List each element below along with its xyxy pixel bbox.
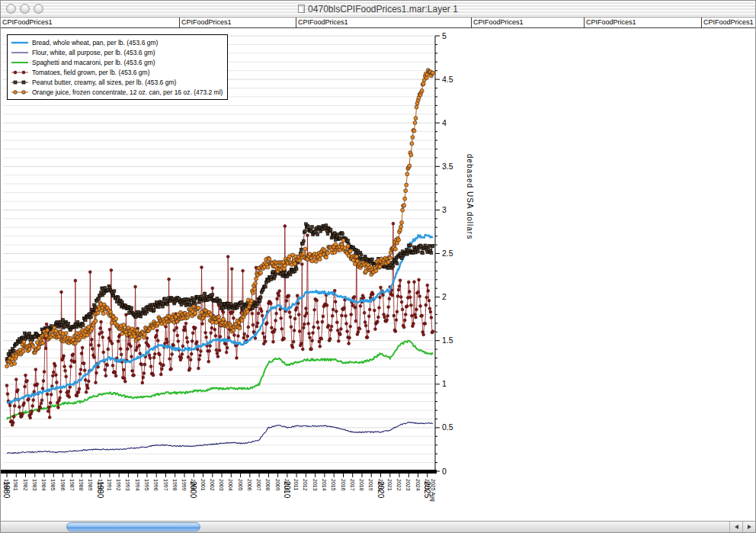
x-tick-label: 2014 xyxy=(322,479,327,491)
x-major-label: 1990 xyxy=(96,481,104,499)
tomatoes-series-sample-icon xyxy=(11,69,29,76)
document-tab-2[interactable]: CPIFoodPrices1 xyxy=(180,18,296,28)
document-tab-bar: CPIFoodPrices1CPIFoodPrices1CPIFoodPrice… xyxy=(1,18,755,28)
x-major-label: 2000 xyxy=(189,481,197,499)
legend-label: Orange juice, frozen concentrate, 12 oz.… xyxy=(32,88,223,96)
orange_juice-series-sample-icon xyxy=(11,88,29,96)
chart-svg: 00.511.522.533.544.55debased USA dollars… xyxy=(1,28,755,521)
x-tick-label: 1983 xyxy=(32,479,37,491)
titlebar: 0470blsCPIFoodPrices1.mar:Layer 1 xyxy=(1,1,755,18)
x-tick-label: 1988 xyxy=(78,479,84,491)
x-major-label: 2025 xyxy=(423,481,431,499)
x-tick-label: 2018 xyxy=(359,479,364,491)
x-tick-label: 2003 xyxy=(219,479,224,491)
x-tick-label: 1987 xyxy=(69,479,75,491)
x-tick-label: 1981 xyxy=(13,479,18,491)
document-tab-3[interactable]: CPIFoodPrices1 xyxy=(296,18,472,28)
x-tick-label: 2004 xyxy=(228,479,233,491)
x-tick-label: 2005 xyxy=(238,479,243,491)
legend-label: Tomatoes, field grown, per lb. (453.6 gm… xyxy=(32,69,150,76)
x-tick-label: 2013 xyxy=(312,479,318,491)
y-axis-title: debased USA dollars xyxy=(466,154,474,239)
y-tick-label: 2.5 xyxy=(442,249,453,258)
x-tick-label: 1992 xyxy=(116,479,121,491)
document-tab-6[interactable]: CPIFoodPrices1 xyxy=(702,18,755,28)
scroll-right-arrow-icon xyxy=(748,525,751,529)
x-end-label: 2025 Aug xyxy=(430,479,436,502)
x-tick-label: 1989 xyxy=(88,479,93,491)
legend-label: Peanut butter, creamy, all sizes, per lb… xyxy=(32,79,176,86)
x-tick-label: 1998 xyxy=(172,479,178,491)
x-tick-label: 1982 xyxy=(23,479,28,491)
document-tab-5[interactable]: CPIFoodPrices1 xyxy=(585,18,702,28)
legend-item-peanut_butter: Peanut butter, creamy, all sizes, per lb… xyxy=(11,77,223,87)
x-tick-label: 1984 xyxy=(41,479,46,491)
legend: Bread, whole wheat, pan, per lb. (453.6 … xyxy=(7,34,228,100)
app-window: 0470blsCPIFoodPrices1.mar:Layer 1 CPIFoo… xyxy=(0,0,756,533)
x-tick-label: 1995 xyxy=(144,479,149,491)
x-tick-label: 2019 xyxy=(368,479,373,491)
y-tick-label: 0 xyxy=(442,467,447,476)
scroll-left-button[interactable] xyxy=(729,522,742,532)
x-axis: 1980198119821983198419851986198719881989… xyxy=(1,470,437,502)
x-tick-label: 2006 xyxy=(247,479,252,491)
scrollbar-thumb[interactable] xyxy=(66,522,200,531)
y-tick-label: 5 xyxy=(442,31,447,40)
spaghetti-series-sample-icon xyxy=(11,59,29,66)
horizontal-scrollbar[interactable] xyxy=(1,521,755,532)
x-tick-label: 2024 xyxy=(415,479,421,491)
x-tick-label: 1994 xyxy=(135,479,140,491)
series-flour xyxy=(7,422,433,454)
y-tick-label: 1.5 xyxy=(442,336,453,345)
y-tick-label: 3 xyxy=(442,205,447,214)
scroll-left-arrow-icon xyxy=(735,525,738,529)
legend-item-flour: Flour, white, all purpose, per lb. (453.… xyxy=(11,47,223,57)
x-tick-label: 1991 xyxy=(107,479,112,491)
x-tick-label: 2001 xyxy=(200,479,206,491)
x-major-label: 2020 xyxy=(376,481,385,499)
legend-label: Bread, whole wheat, pan, per lb. (453.6 … xyxy=(32,39,158,47)
x-tick-label: 1993 xyxy=(125,479,130,491)
x-tick-label: 1997 xyxy=(163,479,168,491)
legend-label: Spaghetti and macaroni, per lb. (453.6 g… xyxy=(32,59,155,66)
x-tick-label: 2016 xyxy=(341,479,346,491)
x-tick-label: 2009 xyxy=(275,479,280,491)
legend-item-orange_juice: Orange juice, frozen concentrate, 12 oz.… xyxy=(11,87,223,97)
document-tab-4[interactable]: CPIFoodPrices1 xyxy=(472,18,585,28)
y-tick-label: 3.5 xyxy=(442,162,453,171)
scroll-right-button[interactable] xyxy=(742,522,755,532)
series-spaghetti xyxy=(7,341,433,419)
x-tick-label: 1999 xyxy=(181,479,187,491)
window-title: 0470blsCPIFoodPrices1.mar:Layer 1 xyxy=(1,4,755,14)
document-tab-1[interactable]: CPIFoodPrices1 xyxy=(1,18,180,28)
x-tick-label: 2011 xyxy=(293,479,299,490)
x-tick-label: 2012 xyxy=(303,479,308,491)
bread-series-sample-icon xyxy=(11,39,29,47)
legend-label: Flour, white, all purpose, per lb. (453.… xyxy=(32,49,155,56)
x-tick-label: 2017 xyxy=(350,479,355,491)
y-tick-label: 4 xyxy=(442,118,447,127)
x-tick-label: 1985 xyxy=(50,479,56,491)
x-tick-label: 1996 xyxy=(153,479,159,491)
x-major-label: 2010 xyxy=(283,481,291,499)
y-tick-label: 2 xyxy=(442,292,447,301)
y-tick-label: 1 xyxy=(442,379,447,388)
flour-series-sample-icon xyxy=(11,49,29,56)
x-tick-label: 2007 xyxy=(256,479,261,491)
y-tick-label: 4.5 xyxy=(442,75,453,84)
document-icon xyxy=(298,5,305,13)
x-tick-label: 2015 xyxy=(331,479,336,491)
legend-item-tomatoes: Tomatoes, field grown, per lb. (453.6 gm… xyxy=(11,67,223,77)
x-tick-label: 1986 xyxy=(60,479,66,491)
peanut_butter-series-sample-icon xyxy=(11,79,29,86)
x-tick-label: 2022 xyxy=(396,479,402,491)
x-tick-label: 2008 xyxy=(265,479,271,491)
x-tick-label: 2021 xyxy=(387,479,392,491)
legend-item-spaghetti: Spaghetti and macaroni, per lb. (453.6 g… xyxy=(11,57,223,67)
window-title-text: 0470blsCPIFoodPrices1.mar:Layer 1 xyxy=(308,4,458,14)
y-tick-label: 0.5 xyxy=(442,422,453,432)
legend-item-bread: Bread, whole wheat, pan, per lb. (453.6 … xyxy=(11,37,223,47)
x-tick-label: 2002 xyxy=(210,479,215,491)
chart-area: 00.511.522.533.544.55debased USA dollars… xyxy=(1,28,755,521)
y-axis: 00.511.522.533.544.55debased USA dollars xyxy=(435,31,474,476)
